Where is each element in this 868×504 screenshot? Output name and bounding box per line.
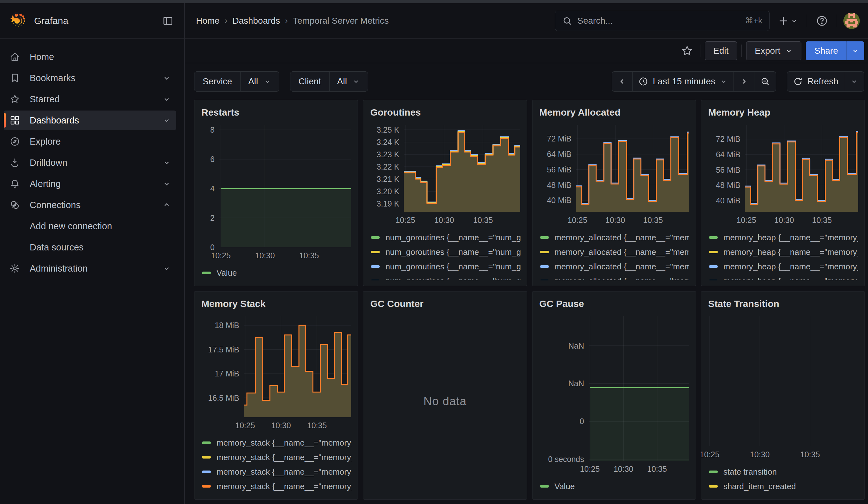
legend-item[interactable]: Value [201,266,351,280]
x-tick-label: 10:30 [774,216,794,225]
legend-item[interactable]: memory_allocated {__name__="memo [539,259,689,274]
sidebar-toggle-icon[interactable] [160,13,176,29]
legend-item[interactable]: num_goroutines {__name__="num_go [370,230,520,245]
chart-plot[interactable]: 10:2510:3010:35 [219,125,351,247]
sidebar-item-label: Home [30,52,176,62]
legend-item[interactable]: memory_heap {__name__="memory_h [707,259,858,274]
sidebar-item-alerting[interactable]: Alerting [4,174,176,194]
legend: Value [201,266,351,280]
legend-color-pill [709,280,718,280]
dashboard-content: Edit Export Share [185,39,868,504]
legend-item[interactable]: num_goroutines {__name__="num_go [370,274,520,280]
x-tick-label: 10:25 [701,450,720,459]
sidebar-item-explore[interactable]: Explore [4,132,176,151]
refresh-interval-button[interactable] [844,72,864,91]
time-back-button[interactable] [612,72,632,91]
sidebar-item-bookmarks[interactable]: Bookmarks [4,68,176,88]
help-icon[interactable] [813,12,830,29]
legend-label: memory_allocated {__name__="memo [555,233,689,243]
chevron-down-icon[interactable] [162,179,171,188]
sidebar-item-connections[interactable]: Connections [4,195,176,215]
new-item-button[interactable] [775,13,800,29]
chart-canvas[interactable] [404,125,520,212]
chart-canvas[interactable] [589,316,689,461]
breadcrumb-home[interactable]: Home [196,16,220,26]
filter-client-value[interactable]: All [330,72,368,91]
panel-title[interactable]: State Transition [707,297,858,309]
legend-item[interactable]: Value [539,479,689,494]
legend-item[interactable]: memory_heap {__name__="memory_h [707,245,858,259]
chevron-down-icon[interactable] [162,264,171,273]
chart-canvas[interactable] [219,125,351,247]
chart-plot[interactable]: 10:2510:3010:35 [707,316,858,446]
chart-plot[interactable]: 10:2510:3010:35 [244,316,351,417]
breadcrumb-separator: › [285,16,288,25]
edit-button[interactable]: Edit [705,41,737,60]
search-input[interactable]: Search... ⌘+k [555,11,769,31]
legend-item[interactable]: state transition [707,464,858,479]
chevron-down-icon[interactable] [162,95,171,104]
zoom-out-icon [760,76,770,86]
legend-color-pill [540,236,549,239]
legend-item[interactable]: num_goroutines {__name__="num_go [370,259,520,274]
legend-item[interactable]: memory_allocated {__name__="memo [539,274,689,280]
legend: state transitionshard_item_created [707,464,858,494]
legend-item[interactable]: memory_heap {__name__="memory_h [707,230,858,245]
panel-title[interactable]: Memory Stack [201,297,351,309]
time-range-button[interactable]: Last 15 minutes [632,72,734,91]
chevron-down-icon[interactable] [162,158,171,167]
dashboards-grid-icon [9,115,20,126]
y-axis: 3.25 K3.24 K3.23 K3.22 K3.21 K3.20 K3.19… [370,125,404,212]
zoom-out-button[interactable] [754,72,776,91]
time-forward-button[interactable] [734,72,754,91]
legend-item[interactable]: memory_stack {__name__="memory_s [201,479,351,494]
legend-item[interactable]: shard_item_created [707,479,858,494]
legend-item[interactable]: memory_stack {__name__="memory_s [201,435,351,450]
chart-plot[interactable]: 10:2510:3010:35 [404,125,520,212]
panel-title[interactable]: Memory Heap [707,106,858,118]
chevron-down-icon[interactable] [162,116,171,125]
x-tick-label: 10:30 [271,421,291,430]
chevron-down-icon[interactable] [162,74,171,82]
legend-item[interactable]: memory_stack {__name__="memory_s [201,450,351,464]
grafana-app: Grafana Home › Dashboards › Temporal Ser… [0,3,868,504]
sidebar-item-data-sources[interactable]: Data sources [4,237,176,257]
export-button[interactable]: Export [746,41,802,60]
refresh-button[interactable]: Refresh [787,72,844,91]
chart-canvas[interactable] [576,125,689,212]
panel-title[interactable]: Memory Allocated [539,106,689,118]
legend-item[interactable]: num_goroutines {__name__="num_go [370,245,520,259]
legend-item[interactable]: memory_stack {__name__="memory_s [201,464,351,479]
sidebar-item-starred[interactable]: Starred [4,89,176,109]
y-tick-label: 8 [210,125,215,134]
legend-item[interactable]: memory_allocated {__name__="memo [539,245,689,259]
chevron-down-icon [850,78,858,85]
filter-service-value[interactable]: All [240,72,279,91]
panel-title[interactable]: GC Counter [370,297,520,309]
avatar[interactable] [844,13,860,29]
sidebar-item-add-new-connection[interactable]: Add new connection [4,216,176,236]
share-button[interactable]: Share [806,41,847,60]
sidebar-item-home[interactable]: Home [4,47,176,66]
sidebar-item-drilldown[interactable]: Drilldown [4,153,176,172]
chart-canvas[interactable] [745,125,858,212]
favorite-star-icon[interactable] [679,42,696,59]
chevron-up-icon[interactable] [162,200,171,209]
share-menu-button[interactable] [847,41,864,60]
controls-row: Service All Client All [185,63,868,92]
panel-title[interactable]: Goroutines [370,106,520,118]
panel-title[interactable]: GC Pause [539,297,689,309]
chart-canvas[interactable] [707,316,858,446]
chart-canvas[interactable] [244,316,351,417]
breadcrumb-dashboards[interactable]: Dashboards [232,16,280,26]
y-tick-label: 0 [210,243,215,252]
chart-plot[interactable]: 10:2510:3010:35 [745,125,858,212]
chart-plot[interactable]: 10:2510:3010:35 [576,125,689,212]
chart-plot[interactable]: 10:2510:3010:35 [589,316,689,461]
sidebar-item-dashboards[interactable]: Dashboards [4,111,176,130]
chevron-down-icon [785,47,793,55]
sidebar-item-administration[interactable]: Administration [4,259,176,278]
legend-item[interactable]: memory_heap {__name__="memory_h [707,274,858,280]
panel-title[interactable]: Restarts [201,106,351,118]
legend-item[interactable]: memory_allocated {__name__="memo [539,230,689,245]
